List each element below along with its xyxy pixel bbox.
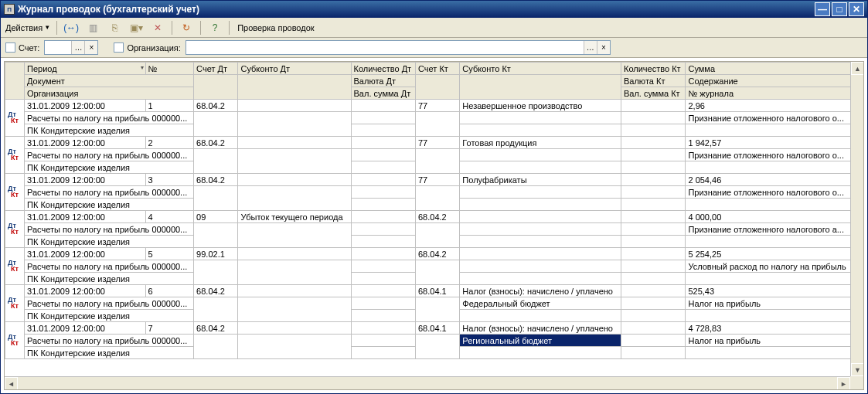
cell-sum[interactable]: 4 728,83 [686,322,863,335]
cell-sub-kt2[interactable] [460,112,621,124]
cell-sub-kt[interactable] [460,248,621,260]
cell-org[interactable]: ПК Кондитерские изделия [25,273,194,285]
cell-sub-kt2[interactable] [460,186,621,199]
cell-cur-dt[interactable] [351,297,415,310]
scroll-up-icon[interactable]: ▲ [851,62,864,75]
col-valsum-dt[interactable]: Вал. сумма Дт [351,87,415,100]
cell-qty-kt[interactable] [621,285,686,297]
col-cur-dt[interactable]: Валюта Дт [351,75,415,87]
cell-valsum-dt[interactable] [351,347,415,359]
cell-sub-dt[interactable] [238,100,351,112]
col-sub-dt[interactable]: Субконто Дт [238,63,351,75]
cell-valsum-dt[interactable] [351,273,415,285]
org-clear-button[interactable]: × [597,41,610,54]
cell-valsum-dt[interactable] [351,310,415,322]
titlebar[interactable]: П Журнал проводок (бухгалтерский учет) —… [1,1,867,18]
cell-sub-dt[interactable] [238,248,351,260]
col-no[interactable]: № [145,63,194,75]
cell-cur-dt[interactable] [351,186,415,199]
cell-period[interactable]: 31.01.2009 12:00:00 [25,211,145,223]
cell-valsum-dt[interactable] [351,199,415,211]
cell-content[interactable]: Признание отложенного налогового о... [686,186,863,199]
cell-sum[interactable]: 1 942,57 [686,137,863,149]
cell-cur-dt[interactable] [351,149,415,161]
cell-no[interactable]: 3 [145,174,194,186]
cell-qty-dt[interactable] [351,285,415,297]
cell-qty-kt[interactable] [621,322,686,335]
cell-no[interactable]: 6 [145,285,194,297]
cell-org[interactable]: ПК Кондитерские изделия [25,161,194,174]
cell-content[interactable]: Условный расход по налогу на прибыль [686,260,863,273]
cell-sub-dt[interactable] [238,137,351,149]
cell-cur-kt[interactable] [621,260,686,273]
cell-sub-kt[interactable]: Полуфабрикаты [460,174,621,186]
cell-acc-kt[interactable]: 68.04.2 [415,248,459,260]
cell-period[interactable]: 31.01.2009 12:00:00 [25,137,145,149]
cell-valsum-dt[interactable] [351,161,415,174]
col-journal[interactable]: № журнала [686,87,863,100]
cell-qty-kt[interactable] [621,248,686,260]
cell-acc-dt[interactable]: 68.04.2 [194,322,238,335]
cell-doc[interactable]: Расчеты по налогу на прибыль 000000... [25,223,194,236]
cell-sum[interactable]: 5 254,25 [686,248,863,260]
cell-content[interactable]: Признание отложенного налогового а... [686,223,863,236]
col-org[interactable]: Организация [25,87,194,100]
cell-qty-dt[interactable] [351,137,415,149]
scroll-right-icon[interactable]: ► [837,377,850,390]
cell-org[interactable]: ПК Кондитерские изделия [25,199,194,211]
cell-valsum-kt[interactable] [621,273,686,285]
minimize-button[interactable]: — [815,2,830,16]
cell-acc-kt[interactable]: 68.04.1 [415,285,459,297]
table-row[interactable]: ДтКт31.01.2009 12:00:00168.04.277Незавер… [5,100,863,112]
table-row[interactable]: ДтКт31.01.2009 12:00:00268.04.277Готовая… [5,137,863,149]
cell-org[interactable]: ПК Кондитерские изделия [25,236,194,248]
maximize-button[interactable]: □ [832,2,847,16]
cell-sub-dt[interactable] [238,174,351,186]
account-input[interactable]: … × [44,40,98,55]
table-row[interactable]: ДтКт31.01.2009 12:00:00368.04.277Полуфаб… [5,174,863,186]
cell-sub-kt2[interactable] [460,223,621,236]
cell-acc-kt[interactable]: 77 [415,137,459,149]
org-input[interactable]: … × [186,40,611,55]
cell-content[interactable]: Признание отложенного налогового о... [686,149,863,161]
cell-cur-kt[interactable] [621,186,686,199]
cell-acc-dt[interactable]: 68.04.2 [194,137,238,149]
cell-doc[interactable]: Расчеты по налогу на прибыль 000000... [25,112,194,124]
vertical-scrollbar[interactable]: ▲▼ [850,62,863,376]
table-row[interactable]: ДтКт31.01.2009 12:00:00409Убыток текущег… [5,211,863,223]
cell-period[interactable]: 31.01.2009 12:00:00 [25,322,145,335]
cell-no[interactable]: 5 [145,248,194,260]
cell-qty-kt[interactable] [621,137,686,149]
cell-cur-dt[interactable] [351,223,415,236]
clear-filter-button[interactable]: ✕ [148,20,167,36]
col-sum[interactable]: Сумма [686,63,863,75]
scroll-down-icon[interactable]: ▼ [851,363,864,376]
col-doc[interactable]: Документ [25,75,194,87]
cell-sub-kt[interactable] [460,211,621,223]
col-acc-dt[interactable]: Счет Дт [194,63,238,75]
col-sub-kt[interactable]: Субконто Кт [460,63,621,75]
cell-acc-kt[interactable]: 77 [415,100,459,112]
cell-org[interactable]: ПК Кондитерские изделия [25,347,194,359]
col-cur-kt[interactable]: Валюта Кт [621,75,686,87]
table-row[interactable]: Расчеты по налогу на прибыль 000000...Пр… [5,186,863,199]
table-row[interactable]: ДтКт31.01.2009 12:00:00668.04.268.04.1На… [5,285,863,297]
table-row[interactable]: ДтКт31.01.2009 12:00:00599.02.168.04.25 … [5,248,863,260]
cell-journal[interactable] [686,236,863,248]
cell-qty-dt[interactable] [351,174,415,186]
cell-no[interactable]: 4 [145,211,194,223]
cell-org[interactable]: ПК Кондитерские изделия [25,124,194,137]
cell-acc-dt[interactable]: 68.04.2 [194,285,238,297]
copy-button[interactable]: ⎘ [105,20,124,36]
cell-org[interactable]: ПК Кондитерские изделия [25,310,194,322]
cell-no[interactable]: 2 [145,137,194,149]
table-row[interactable]: Расчеты по налогу на прибыль 000000...Ус… [5,260,863,273]
cell-sum[interactable]: 2 054,46 [686,174,863,186]
cell-sum[interactable]: 2,96 [686,100,863,112]
cell-sub-kt2[interactable]: Федеральный бюджет [460,297,621,310]
cell-sub-kt[interactable]: Налог (взносы): начислено / уплачено [460,285,621,297]
table-row[interactable]: Расчеты по налогу на прибыль 000000...Пр… [5,149,863,161]
cell-journal[interactable] [686,199,863,211]
cell-journal[interactable] [686,273,863,285]
cell-sub-kt[interactable]: Налог (взносы): начислено / уплачено [460,322,621,335]
